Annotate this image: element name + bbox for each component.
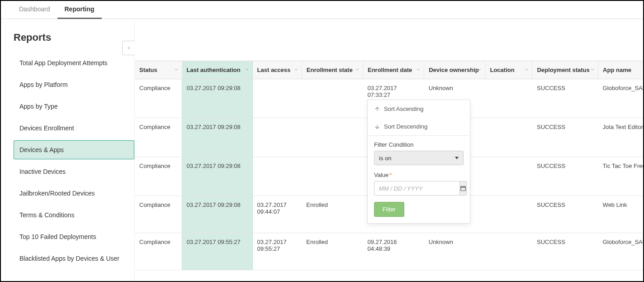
table-cell [252, 79, 302, 118]
table-cell: Globoforce_SAML [598, 79, 643, 118]
table-cell: Compliance [135, 118, 182, 157]
table-cell: Web Link [598, 196, 643, 233]
sort-ascending-label: Sort Ascending [384, 105, 423, 112]
tab-reporting[interactable]: Reporting [57, 1, 102, 19]
filter-date-input[interactable] [374, 181, 460, 196]
chevron-down-icon [355, 67, 360, 73]
calendar-icon-button[interactable] [460, 181, 467, 196]
table-cell: SUCCESS [532, 233, 598, 270]
table-cell [485, 233, 532, 270]
filter-condition-label: Filter Condition [374, 141, 464, 148]
chevron-down-icon [590, 67, 595, 73]
sort-descending-label: Sort Descending [384, 123, 427, 130]
table-cell: Globoforce_SAML [598, 233, 643, 270]
chevron-down-icon [416, 67, 421, 73]
chevron-down-icon [294, 67, 299, 73]
table-row[interactable]: Compliance03.27.2017 09:55:2703.27.2017 … [135, 233, 643, 270]
tab-dashboard[interactable]: Dashboard [12, 1, 57, 19]
table-cell [485, 118, 532, 157]
sidebar-item[interactable]: Top 10 Failed Deployments [14, 227, 134, 246]
table-cell: 09.27.2016 04:48:39 [363, 233, 424, 270]
col-header-enroll-date[interactable]: Enrollment date [363, 61, 424, 79]
table-cell: 03.27.2017 09:29:08 [182, 157, 252, 196]
sidebar-title: Reports [14, 32, 134, 43]
table-cell: Enrolled [302, 233, 363, 270]
table-cell [302, 157, 363, 196]
chevron-down-icon [477, 67, 482, 73]
table-cell: Compliance [135, 233, 182, 270]
table-cell: 03.27.2017 09:55:27 [182, 233, 252, 270]
table-cell [252, 118, 302, 157]
table-cell: 03.27.2017 09:29:08 [182, 79, 252, 118]
col-header-ownership[interactable]: Device ownership [424, 61, 485, 79]
col-header-location[interactable]: Location [485, 61, 532, 79]
table-cell [485, 79, 532, 118]
top-tabs: Dashboard Reporting [1, 1, 643, 19]
sidebar-item[interactable]: Apps by Platform [14, 75, 134, 94]
table-cell: Unknown [424, 233, 485, 270]
sidebar-item[interactable]: Inactive Devices [14, 162, 134, 181]
main-content: Status Last authentication Last access E… [135, 19, 643, 281]
table-cell: SUCCESS [532, 118, 598, 157]
table-cell: SUCCESS [532, 157, 598, 196]
table-cell: Tic Tac Toe Free [598, 157, 643, 196]
col-header-status[interactable]: Status [135, 61, 182, 79]
table-cell: SUCCESS [532, 196, 598, 233]
table-cell: Compliance [135, 196, 182, 233]
table-cell [485, 196, 532, 233]
table-cell: Compliance [135, 157, 182, 196]
table-cell: 03.27.2017 09:55:27 [252, 233, 302, 270]
sidebar-item[interactable]: Terms & Conditions [14, 206, 134, 225]
table-cell: SUCCESS [532, 79, 598, 118]
table-cell: Jota Text Editor [598, 118, 643, 157]
table-cell [302, 118, 363, 157]
table-cell: 03.27.2017 09:44:07 [252, 196, 302, 233]
table-cell [252, 157, 302, 196]
chevron-down-icon [174, 67, 179, 73]
svg-marker-2 [455, 157, 459, 159]
table-cell: Enrolled [302, 196, 363, 233]
table-cell [485, 157, 532, 196]
sidebar-item[interactable]: Apps by Type [14, 97, 134, 116]
table-cell: Compliance [135, 79, 182, 118]
sidebar-item[interactable]: Jailbroken/Rooted Devices [14, 184, 134, 203]
filter-condition-select[interactable]: is on [374, 151, 464, 165]
chevron-down-icon [244, 67, 250, 73]
sidebar: Reports Total App Deployment AttemptsApp… [1, 19, 135, 281]
col-header-last-auth[interactable]: Last authentication [182, 61, 252, 79]
col-header-enroll-state[interactable]: Enrollment state [302, 61, 363, 79]
sidebar-item[interactable]: Devices Enrollment [14, 119, 134, 138]
col-header-app-name[interactable]: App name [598, 61, 643, 79]
col-header-deploy-status[interactable]: Deployment status [532, 61, 598, 79]
column-filter-popover: Sort Ascending Sort Descending Filter Co… [367, 100, 470, 224]
sort-ascending-option[interactable]: Sort Ascending [368, 100, 470, 118]
sidebar-item[interactable]: Blacklisted Apps by Devices & User [14, 249, 134, 268]
sidebar-item[interactable]: Devices & Apps [14, 140, 134, 159]
sidebar-item[interactable]: Total App Deployment Attempts [14, 53, 134, 72]
filter-button[interactable]: Filter [374, 202, 404, 217]
sort-descending-option[interactable]: Sort Descending [368, 118, 470, 135]
table-cell [302, 79, 363, 118]
table-cell: 03.27.2017 09:29:08 [182, 196, 252, 233]
filter-value-label: Value* [374, 172, 464, 178]
table-cell: 03.27.2017 09:29:08 [182, 118, 252, 157]
sidebar-collapse-button[interactable] [122, 41, 135, 55]
col-header-last-access[interactable]: Last access [252, 61, 302, 79]
svg-rect-3 [461, 186, 466, 191]
chevron-down-icon [524, 67, 529, 73]
